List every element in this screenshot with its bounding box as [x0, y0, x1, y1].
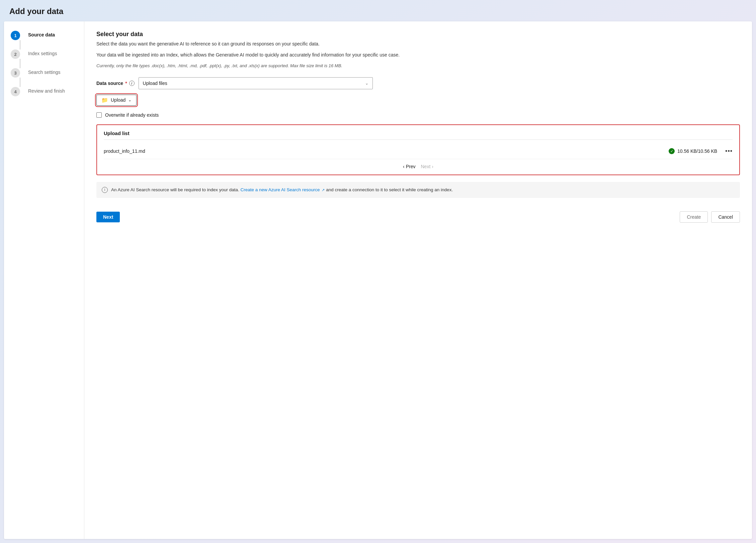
overwrite-checkbox[interactable] [96, 112, 102, 118]
upload-list-item: product_info_11.md ✓ 10.56 KB/10.56 KB •… [104, 144, 733, 159]
cancel-button[interactable]: Cancel [711, 211, 740, 223]
step-4-circle: 4 [11, 87, 20, 96]
sidebar-item-index-settings[interactable]: Index settings [28, 49, 57, 56]
upload-list-box: Upload list product_info_11.md ✓ 10.56 K… [96, 124, 740, 175]
notice-info-icon: i [102, 187, 108, 193]
overwrite-label: Overwrite if already exists [105, 112, 159, 118]
prev-button[interactable]: ‹ Prev [403, 164, 415, 169]
data-source-row: Data source * i Upload files ⌄ [96, 77, 740, 89]
more-options-icon[interactable]: ••• [725, 148, 733, 155]
chevron-down-icon: ⌄ [365, 81, 368, 86]
sidebar-item-search-settings[interactable]: Search settings [28, 68, 61, 75]
chevron-right-icon: › [432, 164, 433, 169]
upload-pagination: ‹ Prev Next › [104, 159, 733, 169]
content-area: Select your data Select the data you wan… [84, 21, 752, 539]
folder-icon: 📁 [101, 97, 108, 103]
create-search-resource-link[interactable]: Create a new Azure AI Search resource [240, 187, 320, 192]
info-notice: i An Azure AI Search resource will be re… [96, 182, 740, 198]
upload-button[interactable]: 📁 Upload ⌄ [96, 95, 137, 106]
required-indicator: * [125, 81, 127, 86]
step-2-circle: 2 [11, 49, 20, 59]
data-source-info-icon[interactable]: i [129, 81, 135, 86]
data-source-dropdown[interactable]: Upload files ⌄ [139, 77, 373, 89]
external-link-icon: ↗ [322, 187, 325, 193]
sidebar-item-review-finish[interactable]: Review and finish [28, 87, 65, 94]
data-source-label: Data source * i [96, 81, 135, 86]
upload-item-name: product_info_11.md [104, 148, 669, 154]
section-title: Select your data [96, 31, 740, 38]
data-source-value: Upload files [143, 81, 167, 86]
upload-list-title: Upload list [104, 130, 733, 140]
sidebar-item-source-data[interactable]: Source data [28, 31, 55, 37]
notice-text: An Azure AI Search resource will be requ… [111, 187, 453, 193]
upload-chevron-icon: ⌄ [128, 98, 132, 102]
section-note: Currently, only the file types .doc(x), … [96, 63, 740, 69]
next-button[interactable]: Next [96, 212, 120, 222]
overwrite-row: Overwrite if already exists [96, 112, 740, 118]
sidebar: 1 Source data 2 Index settings 3 [4, 21, 84, 539]
upload-item-size-row: ✓ 10.56 KB/10.56 KB [669, 148, 717, 154]
upload-item-size-text: 10.56 KB/10.56 KB [677, 148, 717, 154]
next-pagination-button[interactable]: Next › [421, 164, 433, 169]
section-desc-1: Select the data you want the generative … [96, 40, 740, 47]
step-1-circle: 1 [11, 31, 20, 40]
page-title: Add your data [9, 7, 747, 16]
create-button[interactable]: Create [680, 211, 708, 223]
step-3-circle: 3 [11, 68, 20, 78]
footer-buttons: Next Create Cancel [96, 205, 740, 223]
chevron-left-icon: ‹ [403, 164, 405, 169]
section-desc-2: Your data will be ingested into an Index… [96, 51, 740, 59]
upload-success-icon: ✓ [669, 148, 675, 154]
